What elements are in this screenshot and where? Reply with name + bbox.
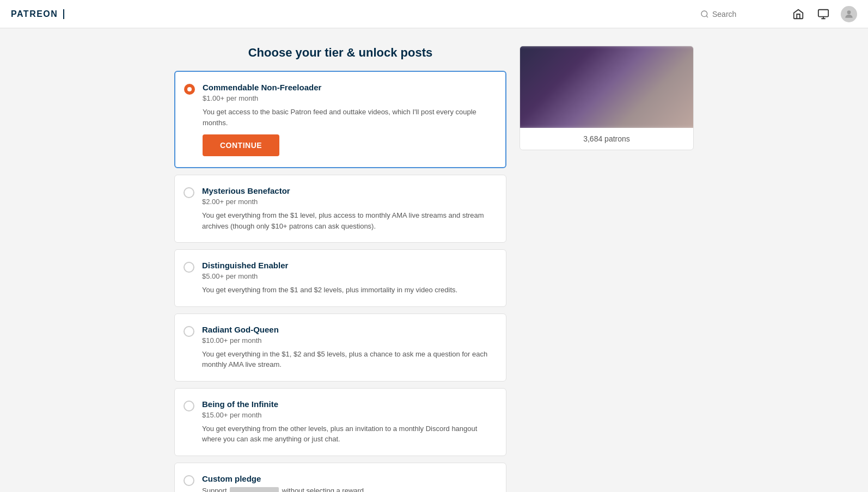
creator-image-wrapper	[520, 46, 693, 128]
tier-name-3: Distinguished Enabler	[202, 261, 495, 270]
tier-description-2: You get everything from the $1 level, pl…	[202, 210, 495, 231]
radio-5[interactable]	[184, 401, 194, 411]
message-icon[interactable]	[816, 7, 831, 22]
tier-content-5: Being of the Infinite$15.00+ per monthYo…	[202, 399, 495, 445]
tiers-container: Commendable Non-Freeloader$1.00+ per mon…	[174, 71, 506, 492]
tier-description-4: You get everything in the $1, $2 and $5 …	[202, 349, 495, 370]
continue-button[interactable]: CONTINUE	[203, 134, 279, 156]
home-icon[interactable]	[791, 7, 806, 22]
radio-4[interactable]	[184, 326, 194, 337]
tier-price-2: $2.00+ per month	[202, 198, 495, 206]
tier-description-5: You get everything from the other levels…	[202, 423, 495, 445]
tier-description-3: You get everything from the $1 and $2 le…	[202, 285, 495, 296]
tier-description-1: You get access to the basic Patron feed …	[203, 107, 494, 128]
avatar[interactable]	[841, 6, 857, 22]
tier-card-3[interactable]: Distinguished Enabler$5.00+ per monthYou…	[174, 249, 506, 307]
svg-rect-1	[818, 9, 828, 16]
tier-card-5[interactable]: Being of the Infinite$15.00+ per monthYo…	[174, 388, 506, 456]
patron-count: 3,684 patrons	[583, 134, 630, 143]
radio-3[interactable]	[184, 262, 194, 273]
tier-price-5: $15.00+ per month	[202, 411, 495, 419]
search-area[interactable]	[700, 10, 778, 19]
tier-content-1: Commendable Non-Freeloader$1.00+ per mon…	[203, 83, 494, 156]
page-title: Choose your tier & unlock posts	[174, 46, 506, 60]
creator-image	[520, 46, 693, 128]
tier-selection-panel: Choose your tier & unlock posts Commenda…	[174, 46, 506, 492]
tier-card-1[interactable]: Commendable Non-Freeloader$1.00+ per mon…	[174, 71, 506, 168]
creator-info: 3,684 patrons	[520, 128, 693, 150]
radio-1[interactable]	[184, 84, 195, 95]
svg-point-0	[701, 11, 707, 17]
svg-point-2	[847, 10, 851, 14]
main-content: Choose your tier & unlock posts Commenda…	[107, 28, 761, 492]
creator-card: 3,684 patrons	[519, 46, 694, 150]
creator-panel: 3,684 patrons	[519, 46, 694, 492]
patreon-logo: PATREON	[11, 9, 64, 19]
radio-6[interactable]	[184, 475, 194, 486]
tier-card-6[interactable]: Custom pledgeSupport without selecting a…	[174, 463, 506, 493]
header: PATREON	[0, 0, 868, 28]
tier-price-4: $10.00+ per month	[202, 336, 495, 345]
radio-2[interactable]	[184, 187, 194, 198]
tier-price-1: $1.00+ per month	[203, 94, 494, 102]
tier-content-2: Mysterious Benefactor$2.00+ per monthYou…	[202, 186, 495, 231]
tier-name-5: Being of the Infinite	[202, 399, 495, 409]
tier-price-3: $5.00+ per month	[202, 272, 495, 280]
tier-content-4: Radiant God-Queen$10.00+ per monthYou ge…	[202, 325, 495, 370]
custom-pledge-text: Support without selecting a reward	[202, 485, 495, 493]
tier-name-4: Radiant God-Queen	[202, 325, 495, 334]
tier-content-3: Distinguished Enabler$5.00+ per monthYou…	[202, 261, 495, 296]
blurred-creator-name	[230, 487, 279, 492]
tier-name-6: Custom pledge	[202, 474, 495, 483]
tier-content-6: Custom pledgeSupport without selecting a…	[202, 474, 495, 493]
tier-card-2[interactable]: Mysterious Benefactor$2.00+ per monthYou…	[174, 175, 506, 243]
search-icon	[700, 10, 709, 19]
tier-card-4[interactable]: Radiant God-Queen$10.00+ per monthYou ge…	[174, 313, 506, 382]
header-icons	[791, 6, 857, 22]
tier-name-2: Mysterious Benefactor	[202, 186, 495, 195]
search-input[interactable]	[712, 10, 778, 19]
tier-name-1: Commendable Non-Freeloader	[203, 83, 494, 92]
